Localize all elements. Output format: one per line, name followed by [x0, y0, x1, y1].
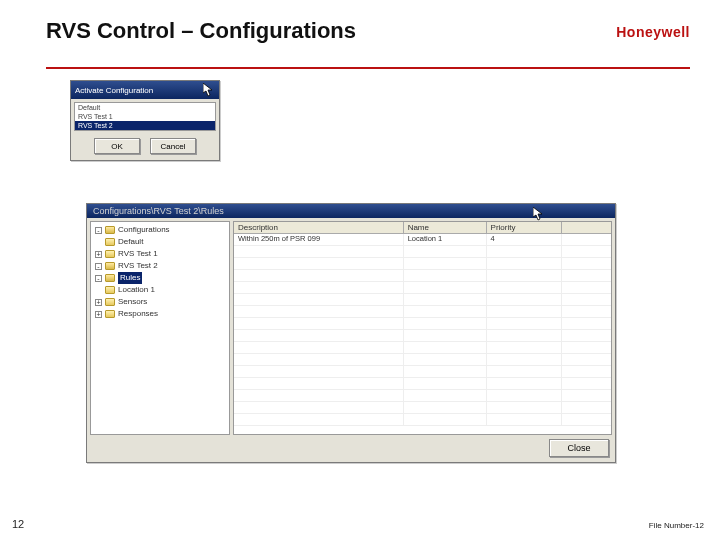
tree-node[interactable]: -RVS Test 2	[91, 260, 229, 272]
table-row	[234, 282, 611, 294]
tree-node-label: RVS Test 1	[118, 248, 158, 260]
table-row	[234, 366, 611, 378]
table-row	[234, 270, 611, 282]
table-cell	[487, 390, 562, 401]
window-titlebar: Configurations\RVS Test 2\Rules	[87, 204, 615, 218]
table-row	[234, 402, 611, 414]
table-cell	[234, 414, 404, 425]
tree-node-label: Location 1	[118, 284, 155, 296]
table-cell	[234, 270, 404, 281]
tree-node[interactable]: +Sensors	[91, 296, 229, 308]
table-row	[234, 354, 611, 366]
tree-node-label: Rules	[118, 272, 142, 284]
table-cell	[404, 246, 487, 257]
table-row	[234, 294, 611, 306]
config-list-item[interactable]: Default	[75, 103, 215, 112]
collapse-icon[interactable]: -	[95, 227, 102, 234]
table-cell	[487, 294, 562, 305]
table-cell	[404, 318, 487, 329]
tree-node-label: Responses	[118, 308, 158, 320]
table-cell	[234, 306, 404, 317]
file-number: File Number-12	[649, 521, 704, 530]
page-title: RVS Control – Configurations	[46, 18, 356, 44]
tree-node[interactable]: Default	[91, 236, 229, 248]
tree-node[interactable]: +Responses	[91, 308, 229, 320]
window-title: Configurations\RVS Test 2\Rules	[93, 206, 224, 216]
tree-node[interactable]: Location 1	[91, 284, 229, 296]
table-cell	[487, 282, 562, 293]
table-cell	[404, 258, 487, 269]
folder-icon	[105, 250, 115, 258]
table-row	[234, 306, 611, 318]
page-number: 12	[12, 518, 24, 530]
table-cell	[487, 354, 562, 365]
table-cell: Within 250m of PSR 099	[234, 234, 404, 245]
collapse-icon[interactable]: -	[95, 263, 102, 270]
folder-icon	[105, 226, 115, 234]
table-row	[234, 246, 611, 258]
tree-node[interactable]: -Rules	[91, 272, 229, 284]
tree-node[interactable]: -Configurations	[91, 224, 229, 236]
table-cell: Location 1	[404, 234, 487, 245]
table-cell	[234, 330, 404, 341]
table-row	[234, 330, 611, 342]
table-cell	[487, 306, 562, 317]
divider	[46, 67, 690, 69]
rules-grid[interactable]: Description Name Priority Within 250m of…	[233, 221, 612, 435]
table-row	[234, 390, 611, 402]
expand-icon[interactable]: +	[95, 251, 102, 258]
folder-icon	[105, 310, 115, 318]
config-listbox[interactable]: DefaultRVS Test 1RVS Test 2	[74, 102, 216, 131]
table-cell	[487, 378, 562, 389]
table-cell	[234, 342, 404, 353]
config-list-item[interactable]: RVS Test 2	[75, 121, 215, 130]
folder-icon	[105, 274, 115, 282]
table-cell	[487, 366, 562, 377]
table-cell	[234, 402, 404, 413]
expand-icon[interactable]: +	[95, 299, 102, 306]
table-cell	[404, 306, 487, 317]
table-cell	[234, 354, 404, 365]
table-cell	[487, 414, 562, 425]
folder-icon	[105, 298, 115, 306]
column-header-priority[interactable]: Priority	[487, 222, 562, 233]
table-cell	[487, 318, 562, 329]
table-row	[234, 342, 611, 354]
table-cell	[234, 378, 404, 389]
rules-window: Configurations\RVS Test 2\Rules -Configu…	[86, 203, 616, 463]
table-cell: 4	[487, 234, 562, 245]
tree-node-label: Configurations	[118, 224, 170, 236]
close-button[interactable]: Close	[549, 439, 609, 457]
expand-icon[interactable]: +	[95, 311, 102, 318]
table-cell	[234, 282, 404, 293]
table-cell	[404, 270, 487, 281]
tree-node[interactable]: +RVS Test 1	[91, 248, 229, 260]
folder-icon	[105, 286, 115, 294]
table-cell	[487, 258, 562, 269]
activate-config-dialog: Activate Configuration DefaultRVS Test 1…	[70, 80, 220, 161]
column-header-name[interactable]: Name	[404, 222, 487, 233]
column-header-description[interactable]: Description	[234, 222, 404, 233]
ok-button[interactable]: OK	[94, 138, 140, 154]
table-cell	[404, 354, 487, 365]
table-cell	[404, 294, 487, 305]
collapse-icon[interactable]: -	[95, 275, 102, 282]
tree-node-label: Sensors	[118, 296, 147, 308]
table-cell	[487, 270, 562, 281]
table-cell	[404, 342, 487, 353]
table-cell	[404, 390, 487, 401]
tree-node-label: RVS Test 2	[118, 260, 158, 272]
folder-icon	[105, 238, 115, 246]
table-cell	[487, 330, 562, 341]
config-list-item[interactable]: RVS Test 1	[75, 112, 215, 121]
table-cell	[234, 246, 404, 257]
grid-header: Description Name Priority	[234, 222, 611, 234]
table-cell	[404, 378, 487, 389]
cancel-button[interactable]: Cancel	[150, 138, 196, 154]
folder-icon	[105, 262, 115, 270]
table-row	[234, 318, 611, 330]
config-tree[interactable]: -ConfigurationsDefault+RVS Test 1-RVS Te…	[90, 221, 230, 435]
table-row	[234, 414, 611, 426]
table-row[interactable]: Within 250m of PSR 099Location 14	[234, 234, 611, 246]
table-cell	[404, 282, 487, 293]
